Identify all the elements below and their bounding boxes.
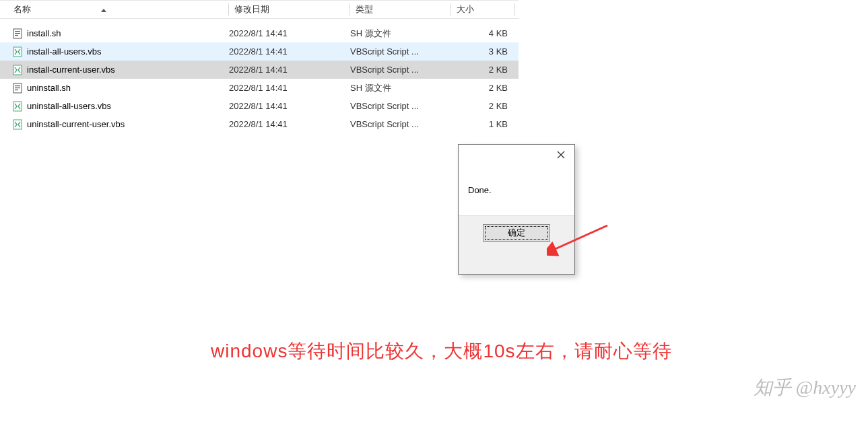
sh-file-icon — [12, 28, 23, 39]
file-date: 2022/8/1 14:41 — [229, 28, 350, 38]
sort-ascending-icon — [101, 9, 106, 12]
column-header-name[interactable]: 名称 — [0, 1, 229, 18]
vbs-file-icon — [12, 46, 23, 57]
file-type: SH 源文件 — [350, 82, 451, 94]
file-size: 2 KB — [451, 101, 512, 111]
annotation-caption: windows等待时间比较久，大概10s左右，请耐心等待 — [211, 339, 672, 364]
file-date: 2022/8/1 14:41 — [229, 119, 350, 129]
file-row[interactable]: install.sh2022/8/1 14:41SH 源文件4 KB — [0, 24, 519, 42]
ok-button[interactable]: 确定 — [483, 224, 550, 242]
column-header-date[interactable]: 修改日期 — [229, 1, 350, 18]
file-list-panel: 名称 修改日期 类型 大小 install.sh2022/8/1 14:41SH… — [0, 0, 519, 133]
svg-rect-5 — [13, 65, 22, 75]
message-dialog: Done. 确定 — [458, 144, 575, 275]
file-size: 4 KB — [451, 28, 512, 38]
file-type: VBScript Script ... — [350, 46, 451, 57]
column-header-type[interactable]: 类型 — [350, 1, 451, 18]
file-type: SH 源文件 — [350, 28, 451, 40]
dialog-footer: 确定 — [459, 215, 574, 250]
close-icon — [557, 149, 565, 161]
file-type: VBScript Script ... — [350, 119, 451, 129]
file-date: 2022/8/1 14:41 — [229, 46, 350, 57]
sh-file-icon — [12, 83, 23, 94]
column-header-name-label: 名称 — [13, 4, 31, 14]
file-name: uninstall.sh — [27, 83, 71, 93]
file-name: uninstall-current-user.vbs — [27, 119, 125, 129]
file-name: install-current-user.vbs — [27, 65, 115, 75]
file-row[interactable]: uninstall.sh2022/8/1 14:41SH 源文件2 KB — [0, 79, 519, 97]
svg-rect-4 — [13, 47, 22, 57]
svg-rect-7 — [15, 85, 20, 86]
vbs-file-icon — [12, 119, 23, 130]
watermark: 知乎 @hxyyy — [754, 375, 856, 400]
file-type: VBScript Script ... — [350, 101, 451, 111]
file-date: 2022/8/1 14:41 — [229, 65, 350, 75]
file-row[interactable]: install-current-user.vbs2022/8/1 14:41VB… — [0, 61, 519, 79]
file-size: 3 KB — [451, 46, 512, 57]
dialog-close-button[interactable] — [547, 145, 574, 165]
svg-rect-9 — [15, 90, 18, 90]
vbs-file-icon — [12, 65, 23, 75]
file-row[interactable]: install-all-users.vbs2022/8/1 14:41VBScr… — [0, 42, 519, 61]
svg-rect-3 — [15, 35, 18, 36]
file-row[interactable]: uninstall-all-users.vbs2022/8/1 14:41VBS… — [0, 97, 519, 115]
svg-rect-10 — [13, 102, 22, 111]
svg-rect-1 — [15, 31, 20, 32]
dialog-titlebar — [459, 145, 574, 170]
vbs-file-icon — [12, 101, 23, 112]
file-date: 2022/8/1 14:41 — [229, 101, 350, 111]
file-name: install-all-users.vbs — [27, 46, 102, 57]
file-name: install.sh — [27, 28, 61, 38]
column-headers: 名称 修改日期 类型 大小 — [0, 0, 519, 19]
file-name: uninstall-all-users.vbs — [27, 101, 111, 111]
file-size: 1 KB — [451, 119, 512, 129]
file-size: 2 KB — [451, 65, 512, 75]
svg-rect-8 — [15, 87, 20, 88]
file-size: 2 KB — [451, 83, 512, 93]
file-type: VBScript Script ... — [350, 65, 451, 75]
column-header-size[interactable]: 大小 — [451, 1, 515, 18]
svg-rect-11 — [13, 120, 22, 129]
file-rows: install.sh2022/8/1 14:41SH 源文件4 KBinstal… — [0, 24, 519, 133]
file-row[interactable]: uninstall-current-user.vbs2022/8/1 14:41… — [0, 115, 519, 133]
dialog-message: Done. — [459, 170, 574, 215]
svg-rect-2 — [15, 33, 20, 34]
file-date: 2022/8/1 14:41 — [229, 83, 350, 93]
